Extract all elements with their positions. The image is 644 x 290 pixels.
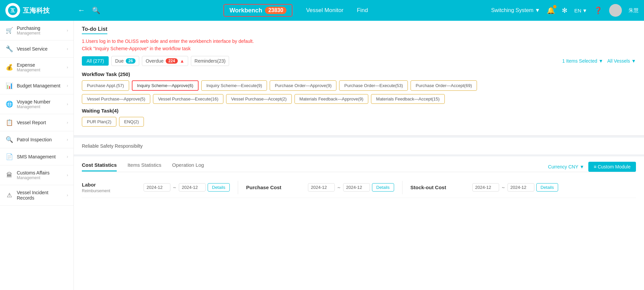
annotation-line1: 1.Users log in to the OLISS web side and… bbox=[82, 39, 254, 44]
sidebar-item-customs-sub: Management bbox=[17, 175, 63, 180]
task-chip-purchase-appl[interactable]: Purchase Appl.(57) bbox=[82, 80, 129, 91]
purchase-from-input[interactable] bbox=[308, 183, 335, 192]
sidebar-item-budget[interactable]: 📊 Budget Management › bbox=[0, 77, 73, 94]
cost-statistics-section: Cost Statistics Items Statistics Operati… bbox=[74, 156, 644, 203]
vessel-service-icon: 🔧 bbox=[5, 45, 13, 53]
chevron-right-icon: › bbox=[67, 137, 68, 142]
sidebar-item-voyage[interactable]: 🌐 Voyage Number Management › bbox=[0, 94, 73, 114]
waiting-task-section: Waiting Task(4) PUR Plan(2) ENQ(2) bbox=[82, 108, 636, 127]
task-chip-inquiry-approve[interactable]: Inquiry Scheme—Approve(6) bbox=[132, 80, 199, 91]
logo-area: 互 互海科技 bbox=[5, 3, 72, 18]
purchase-cost-range: ～ Details bbox=[308, 183, 394, 192]
workbench-badge: 23830 bbox=[265, 7, 287, 14]
filter-due-button[interactable]: Due 26 bbox=[111, 56, 139, 66]
sidebar-item-incident[interactable]: ⚠ Vessel Incident Records › bbox=[0, 185, 73, 206]
stockout-cost-label: Stock-out Cost bbox=[411, 185, 464, 190]
nav-center: Workbench 23830 Vessel Monitor Find bbox=[223, 4, 368, 17]
tab-cost-statistics[interactable]: Cost Statistics bbox=[82, 162, 117, 171]
filter-all-button[interactable]: All (277) bbox=[82, 56, 109, 66]
task-chip-po-accept[interactable]: Purchase Order—Accept(69) bbox=[411, 80, 477, 91]
notification-icon[interactable]: 🔔 bbox=[547, 6, 555, 14]
filter-tabs: All (277) Due 26 Overdue 224 ▲ Reminders… bbox=[82, 56, 636, 66]
back-icon[interactable]: ← bbox=[78, 6, 85, 15]
custom-module-button[interactable]: ≡ Custom Module bbox=[588, 162, 636, 172]
filter-reminders-button[interactable]: Reminders(23) bbox=[191, 56, 229, 66]
all-vessels-dropdown[interactable]: All Vessels ▼ bbox=[607, 58, 636, 64]
sidebar-item-patrol-title: Patrol Inspection bbox=[17, 137, 63, 142]
content-area: To-do List 1.Users log in to the OLISS w… bbox=[74, 21, 644, 290]
expense-icon: 💰 bbox=[5, 64, 13, 71]
todo-title: To-do List bbox=[82, 26, 107, 34]
purchase-to-input[interactable] bbox=[343, 183, 370, 192]
chevron-right-icon: › bbox=[67, 47, 68, 51]
task-chip-po-approve[interactable]: Purchase Order—Approve(9) bbox=[270, 80, 336, 91]
voyage-icon: 🌐 bbox=[5, 100, 13, 108]
patrol-icon: 🔍 bbox=[5, 136, 13, 143]
labor-cost-label: Labor Reimbursement bbox=[82, 182, 136, 193]
stockout-details-button[interactable]: Details bbox=[536, 183, 558, 192]
stockout-from-input[interactable] bbox=[472, 183, 499, 192]
main-layout: 🛒 Purchasing Management › 🔧 Vessel Servi… bbox=[0, 21, 644, 290]
fullscreen-icon[interactable]: ✻ bbox=[562, 6, 568, 14]
find-link[interactable]: Find bbox=[357, 7, 368, 14]
logo-icon: 互 bbox=[5, 3, 20, 18]
sidebar-item-purchasing[interactable]: 🛒 Purchasing Management › bbox=[0, 21, 73, 41]
labor-to-input[interactable] bbox=[179, 183, 206, 192]
items-selected-dropdown[interactable]: 1 Items Selected ▼ bbox=[562, 58, 603, 64]
chevron-down-icon: ▼ bbox=[631, 58, 636, 64]
sidebar-item-expense[interactable]: 💰 Expense Management › bbox=[0, 58, 73, 77]
separator bbox=[402, 181, 402, 194]
vessel-monitor-link[interactable]: Vessel Monitor bbox=[306, 7, 343, 14]
sidebar-item-vessel-report[interactable]: 📋 Vessel Report › bbox=[0, 114, 73, 131]
task-chip-mf-accept[interactable]: Materials Feedback—Accept(15) bbox=[371, 94, 444, 104]
tab-items-statistics[interactable]: Items Statistics bbox=[127, 162, 161, 171]
sidebar-item-patrol[interactable]: 🔍 Patrol Inspection › bbox=[0, 131, 73, 148]
sidebar-item-sms-title: SMS Management bbox=[17, 154, 63, 159]
stats-tabs: Cost Statistics Items Statistics Operati… bbox=[82, 162, 636, 172]
task-chip-enq[interactable]: ENQ(2) bbox=[119, 117, 144, 127]
labor-details-button[interactable]: Details bbox=[208, 183, 230, 192]
budget-icon: 📊 bbox=[5, 82, 13, 89]
task-chip-pur-plan[interactable]: PUR Plan(2) bbox=[82, 117, 116, 127]
sidebar-item-vessel-service[interactable]: 🔧 Vessel Service › bbox=[0, 41, 73, 58]
tab-operation-log[interactable]: Operation Log bbox=[172, 162, 204, 171]
avatar[interactable] bbox=[609, 4, 622, 17]
search-icon[interactable]: 🔍 bbox=[92, 6, 100, 14]
overdue-badge: 224 bbox=[166, 58, 178, 64]
currency-button[interactable]: Currency CNY ▼ bbox=[548, 164, 584, 169]
sidebar-item-customs-title: Customs Affairs bbox=[17, 170, 63, 175]
sidebar-item-vessel-report-title: Vessel Report bbox=[17, 120, 63, 125]
workflow-task-chips: Purchase Appl.(57) Inquiry Scheme—Approv… bbox=[82, 80, 636, 91]
workflow-task-chips-row2: Vessel Purchase—Approve(5) Vessel Purcha… bbox=[82, 94, 636, 104]
top-navigation: 互 互海科技 ← 🔍 Workbench 23830 Vessel Monito… bbox=[0, 0, 644, 21]
workbench-button[interactable]: Workbench 23830 bbox=[223, 4, 292, 17]
labor-from-input[interactable] bbox=[144, 183, 170, 192]
task-chip-po-execute[interactable]: Purchase Order—Execute(53) bbox=[339, 80, 408, 91]
help-icon[interactable]: ❓ bbox=[594, 6, 602, 14]
sidebar-item-customs[interactable]: 🏛 Customs Affairs Management › bbox=[0, 165, 73, 185]
sidebar: 🛒 Purchasing Management › 🔧 Vessel Servi… bbox=[0, 21, 74, 290]
labor-cost-range: ～ Details bbox=[144, 183, 230, 192]
sidebar-item-purchasing-title: Purchasing bbox=[17, 25, 63, 31]
sidebar-item-sms[interactable]: 📄 SMS Management › bbox=[0, 148, 73, 165]
purchase-details-button[interactable]: Details bbox=[372, 183, 394, 192]
vessel-report-icon: 📋 bbox=[5, 119, 13, 126]
language-button[interactable]: EN ▼ bbox=[574, 8, 587, 13]
task-chip-inquiry-execute[interactable]: Inquiry Scheme—Execute(9) bbox=[201, 80, 267, 91]
chevron-right-icon: › bbox=[67, 102, 68, 106]
task-chip-vessel-execute[interactable]: Vessel Purchase—Execute(16) bbox=[153, 94, 223, 104]
overdue-arrow-icon: ▲ bbox=[180, 58, 184, 64]
task-chip-mf-approve[interactable]: Materials Feedback—Approve(9) bbox=[294, 94, 369, 104]
task-chip-vessel-approve[interactable]: Vessel Purchase—Approve(5) bbox=[82, 94, 150, 104]
workflow-task-title: Workflow Task (250) bbox=[82, 71, 636, 77]
task-chip-vessel-accept[interactable]: Vessel Purchase—Accept(2) bbox=[226, 94, 291, 104]
filter-overdue-button[interactable]: Overdue 224 ▲ bbox=[142, 56, 188, 66]
annotation-box: 1.Users log in to the OLISS web side and… bbox=[82, 38, 636, 53]
switching-system-button[interactable]: Switching System ▼ bbox=[491, 7, 540, 13]
stockout-to-input[interactable] bbox=[507, 183, 534, 192]
todo-header: To-do List bbox=[82, 26, 636, 34]
waiting-task-chips: PUR Plan(2) ENQ(2) bbox=[82, 117, 636, 127]
chevron-right-icon: › bbox=[67, 28, 68, 33]
waiting-task-title: Waiting Task(4) bbox=[82, 108, 636, 114]
sms-icon: 📄 bbox=[5, 153, 13, 160]
